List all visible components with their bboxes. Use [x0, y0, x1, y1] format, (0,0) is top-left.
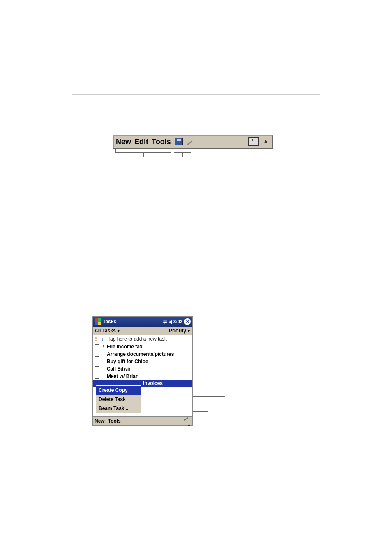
clock: 8:02	[173, 319, 182, 324]
pen-icon[interactable]	[186, 137, 196, 146]
save-icon[interactable]	[173, 137, 184, 146]
task-checkbox[interactable]	[95, 366, 99, 371]
callout-line	[193, 387, 212, 387]
callout-line	[193, 411, 208, 412]
task-row[interactable]: Call Edwin	[93, 365, 192, 373]
entry-hint: Tap here to add a new task	[106, 336, 192, 342]
speaker-icon: ◀	[168, 319, 172, 325]
priority-high-icon: !	[101, 344, 106, 350]
task-checkbox[interactable]	[95, 352, 99, 357]
ctx-beam-task[interactable]: Beam Task...	[96, 404, 141, 413]
new-task-entry[interactable]: ! ↓ Tap here to add a new task	[93, 335, 192, 343]
task-checkbox[interactable]	[95, 344, 99, 349]
menu-tools[interactable]: Tools	[151, 138, 172, 146]
close-icon[interactable]: ✕	[184, 318, 191, 325]
filter-category[interactable]: All Tasks▼	[95, 328, 120, 334]
task-checkbox[interactable]	[95, 359, 99, 364]
task-label: Arrange documents/pictures	[106, 351, 174, 357]
priority-high-icon[interactable]: !	[93, 335, 99, 343]
task-label: Meet w/ Brian	[106, 373, 138, 379]
divider	[72, 475, 320, 475]
callout-line	[193, 396, 225, 397]
command-bar: New Edit Tools	[113, 135, 273, 149]
connectivity-icon: ⇄	[163, 319, 167, 325]
task-row[interactable]: Arrange documents/pictures	[93, 350, 192, 358]
task-row[interactable]: Meet w/ Brian	[93, 373, 192, 380]
priority-low-icon[interactable]: ↓	[99, 335, 106, 343]
filter-sort[interactable]: Priority▼	[169, 328, 191, 334]
task-list: ! File income tax Arrange documents/pict…	[93, 343, 192, 380]
bottom-menu-new[interactable]: New	[95, 418, 105, 424]
task-label: Call Edwin	[106, 366, 132, 372]
task-row[interactable]: ! File income tax	[93, 343, 192, 350]
context-menu: Create Copy Delete Task Beam Task...	[96, 385, 141, 413]
input-panel-arrow-icon[interactable]	[187, 418, 191, 424]
filter-bar: All Tasks▼ Priority▼	[93, 327, 192, 335]
task-checkbox[interactable]	[95, 374, 99, 379]
divider	[72, 94, 320, 95]
input-panel-arrow-icon[interactable]	[261, 137, 271, 146]
app-title: Tasks	[103, 319, 116, 325]
task-label: Buy gift for Chloe	[106, 359, 148, 364]
menu-new[interactable]: New	[115, 138, 132, 146]
task-row[interactable]: Buy gift for Chloe	[93, 358, 192, 365]
ctx-create-copy[interactable]: Create Copy	[96, 386, 141, 395]
bottom-menu-tools[interactable]: Tools	[108, 418, 121, 424]
selected-task-tail: invoices	[143, 380, 163, 386]
pda-bottombar: New Tools	[93, 416, 192, 425]
start-icon[interactable]	[95, 318, 101, 325]
pda-titlebar: Tasks ⇄ ◀ 8:02 ✕	[93, 317, 192, 327]
ctx-delete-task[interactable]: Delete Task	[96, 395, 141, 404]
task-label: File income tax	[106, 344, 143, 350]
callout-brackets	[113, 149, 273, 160]
menu-edit[interactable]: Edit	[134, 138, 149, 146]
keyboard-icon[interactable]	[248, 137, 259, 146]
